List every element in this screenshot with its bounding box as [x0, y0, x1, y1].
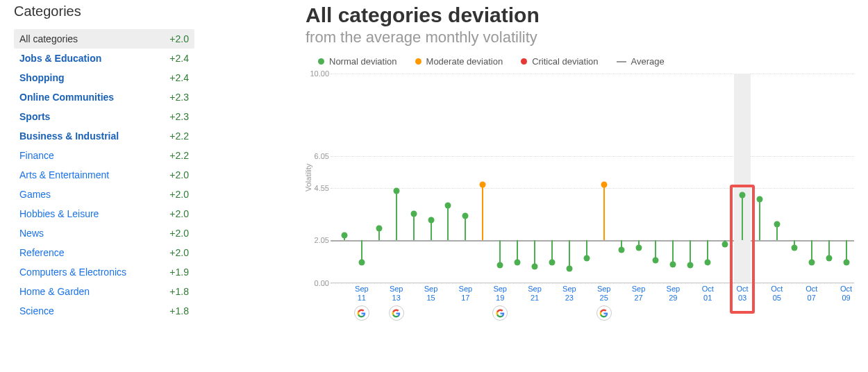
data-stem: [742, 195, 743, 240]
data-point[interactable]: [826, 255, 832, 261]
data-stem: [396, 191, 397, 240]
data-point[interactable]: [705, 259, 711, 265]
category-item[interactable]: News+2.0: [14, 223, 194, 243]
x-tick[interactable]: Sep27: [632, 285, 646, 303]
x-tick[interactable]: Sep25: [596, 285, 612, 321]
legend-critical[interactable]: Critical deviation: [521, 56, 598, 67]
x-tick[interactable]: Sep11: [354, 285, 369, 321]
category-label: Hobbies & Leisure: [19, 208, 99, 219]
category-item[interactable]: Computers & Electronics+1.9: [14, 262, 194, 282]
category-item[interactable]: Science+1.8: [14, 301, 194, 321]
data-point[interactable]: [756, 196, 762, 203]
google-update-icon[interactable]: [389, 305, 404, 321]
x-tick[interactable]: Oct03: [736, 285, 748, 303]
x-tick[interactable]: Sep23: [562, 285, 576, 303]
category-value: +2.4: [169, 72, 189, 83]
category-label: News: [19, 228, 44, 239]
category-item[interactable]: Shopping+2.4: [14, 68, 194, 87]
plot-area[interactable]: [331, 74, 854, 283]
legend-average[interactable]: Average: [617, 56, 665, 67]
data-point[interactable]: [376, 226, 382, 232]
x-tick[interactable]: Oct09: [840, 285, 852, 303]
category-label: Arts & Entertainment: [19, 169, 109, 180]
legend-normal-label: Normal deviation: [329, 56, 397, 67]
y-tick-label: 6.05: [315, 152, 329, 160]
google-update-icon[interactable]: [596, 305, 612, 321]
legend-critical-dot-icon: [521, 58, 527, 65]
data-point[interactable]: [358, 259, 365, 265]
x-tick[interactable]: Sep21: [528, 285, 542, 303]
data-point[interactable]: [445, 203, 451, 209]
x-ticks: Sep11Sep13Sep15Sep17Sep19Sep21Sep23Sep25…: [331, 283, 854, 316]
data-point[interactable]: [566, 265, 572, 271]
data-point[interactable]: [635, 244, 642, 251]
category-item[interactable]: Arts & Entertainment+2.0: [14, 165, 194, 185]
data-point[interactable]: [428, 217, 434, 223]
category-value: +2.4: [169, 53, 189, 64]
category-label: Games: [19, 189, 51, 200]
data-point[interactable]: [410, 211, 417, 217]
data-stem: [482, 185, 483, 240]
data-point[interactable]: [687, 262, 694, 269]
category-label: Finance: [19, 150, 54, 161]
category-label: Sports: [19, 111, 50, 122]
category-item[interactable]: Reference+2.0: [14, 243, 194, 262]
category-item[interactable]: Home & Garden+1.8: [14, 282, 194, 301]
category-label: All categories: [19, 33, 78, 44]
x-tick[interactable]: Oct07: [806, 285, 817, 303]
category-value: +2.0: [169, 228, 189, 239]
data-stem: [569, 240, 570, 269]
data-point[interactable]: [462, 213, 469, 219]
category-item[interactable]: Finance+2.2: [14, 146, 194, 165]
category-value: +2.0: [169, 169, 189, 180]
legend-average-label: Average: [631, 56, 665, 67]
category-value: +2.0: [169, 189, 189, 200]
x-tick[interactable]: Oct05: [771, 285, 783, 303]
legend-normal[interactable]: Normal deviation: [318, 56, 397, 67]
category-item[interactable]: Jobs & Education+2.4: [14, 49, 194, 68]
data-point[interactable]: [497, 262, 503, 269]
data-point[interactable]: [791, 244, 797, 251]
categories-list: All categories+2.0Jobs & Education+2.4Sh…: [14, 29, 194, 321]
category-item[interactable]: Online Communities+2.3: [14, 87, 194, 107]
data-point[interactable]: [393, 188, 399, 194]
category-item[interactable]: All categories+2.0: [14, 29, 194, 49]
category-label: Science: [19, 305, 54, 316]
chart-title: All categories deviation: [306, 3, 854, 27]
category-value: +2.2: [169, 130, 189, 142]
data-point[interactable]: [774, 221, 780, 228]
x-tick[interactable]: Sep15: [424, 285, 438, 303]
data-point[interactable]: [601, 182, 607, 188]
data-point[interactable]: [515, 259, 521, 265]
category-item[interactable]: Business & Industrial+2.2: [14, 126, 194, 146]
google-update-icon[interactable]: [354, 305, 369, 321]
x-tick[interactable]: Sep19: [492, 285, 508, 321]
data-point[interactable]: [740, 192, 746, 198]
data-point[interactable]: [808, 259, 815, 265]
data-point[interactable]: [549, 259, 555, 265]
y-tick-label: 4.55: [315, 184, 329, 192]
data-stem: [603, 185, 605, 240]
category-item[interactable]: Games+2.0: [14, 185, 194, 204]
x-tick[interactable]: Sep13: [389, 285, 404, 321]
data-point[interactable]: [670, 261, 676, 267]
data-point[interactable]: [583, 255, 590, 261]
data-point[interactable]: [532, 263, 538, 269]
data-point[interactable]: [341, 232, 347, 238]
x-tick[interactable]: Sep17: [459, 285, 473, 303]
data-point[interactable]: [480, 182, 486, 188]
data-point[interactable]: [722, 242, 728, 248]
legend-critical-label: Critical deviation: [532, 56, 598, 67]
google-update-icon[interactable]: [492, 305, 508, 321]
x-tick[interactable]: Oct01: [702, 285, 714, 303]
category-item[interactable]: Hobbies & Leisure+2.0: [14, 204, 194, 223]
data-point[interactable]: [843, 259, 849, 265]
category-item[interactable]: Sports+2.3: [14, 107, 194, 126]
data-point[interactable]: [653, 257, 659, 263]
chart-area[interactable]: Volatility 0.002.054.556.0510.00 Sep11Se…: [312, 74, 854, 316]
legend-moderate[interactable]: Moderate deviation: [415, 56, 503, 67]
legend-moderate-label: Moderate deviation: [426, 56, 503, 67]
data-point[interactable]: [618, 246, 624, 253]
category-label: Computers & Electronics: [19, 267, 126, 278]
x-tick[interactable]: Sep29: [667, 285, 681, 303]
